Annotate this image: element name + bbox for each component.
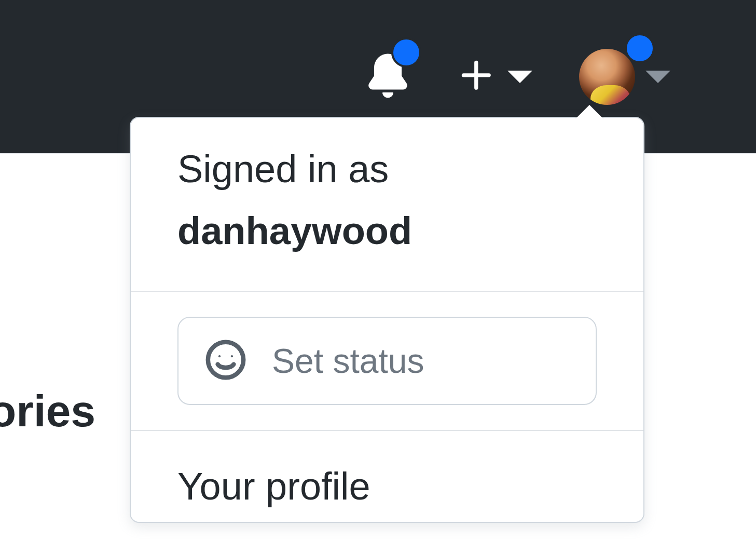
user-dropdown-menu: Signed in as danhaywood Set status Your … bbox=[130, 117, 644, 523]
smiley-icon bbox=[204, 339, 247, 383]
plus-icon bbox=[457, 56, 497, 98]
user-menu-button[interactable] bbox=[579, 49, 670, 105]
status-section: Set status bbox=[131, 292, 643, 431]
username: danhaywood bbox=[177, 202, 597, 260]
avatar bbox=[579, 49, 635, 105]
chevron-down-icon bbox=[645, 71, 670, 83]
chevron-down-icon bbox=[507, 71, 532, 83]
notifications-button[interactable] bbox=[366, 52, 410, 102]
menu-items-section: Your profile bbox=[131, 431, 643, 522]
notification-indicator-dot bbox=[391, 37, 421, 68]
avatar-indicator-dot bbox=[625, 33, 655, 63]
dropdown-pointer bbox=[575, 105, 604, 119]
svg-point-2 bbox=[231, 355, 233, 357]
set-status-button[interactable]: Set status bbox=[177, 317, 597, 405]
svg-point-1 bbox=[218, 355, 221, 357]
signed-in-label: Signed in as bbox=[177, 146, 597, 193]
create-new-menu[interactable] bbox=[457, 56, 532, 98]
svg-point-0 bbox=[208, 342, 243, 377]
set-status-label: Set status bbox=[272, 341, 424, 381]
partial-heading: tories bbox=[0, 385, 95, 437]
signed-in-section: Signed in as danhaywood bbox=[131, 118, 643, 292]
header-actions bbox=[366, 49, 670, 105]
bell-icon bbox=[366, 92, 410, 101]
menu-item-your-profile[interactable]: Your profile bbox=[177, 456, 597, 517]
